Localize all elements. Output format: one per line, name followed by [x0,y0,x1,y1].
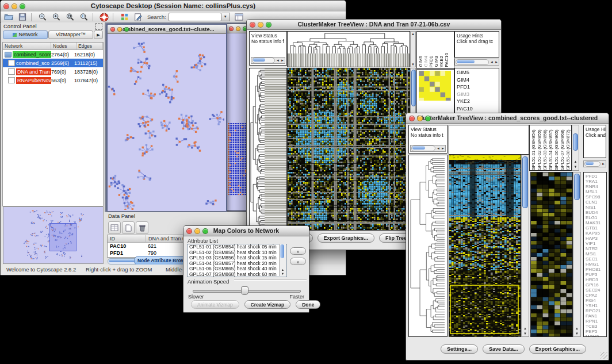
minimize-button[interactable] [258,22,263,28]
column-label[interactable]: GIM5 [418,56,423,67]
scrollbar-thumb[interactable] [586,162,594,165]
gene-label[interactable]: GIM4 [455,76,499,84]
search-input[interactable] [169,13,221,21]
col-network[interactable]: Network [3,43,51,49]
tv1-column-dendrogram-pane[interactable] [287,31,410,67]
dialog-button[interactable]: Animate Vizmap [191,300,239,309]
close-button[interactable] [3,3,9,9]
gene-label[interactable]: PFD1 [455,83,499,91]
scroll-up-icon[interactable]: ▲ [411,32,415,36]
column-label[interactable]: GPL51-03 (GSM856) [542,127,548,170]
gene-label[interactable]: YRA1 [584,179,606,184]
tv2-zoom-heatmap-pane[interactable] [530,172,573,337]
scrollbar-thumb[interactable] [280,244,284,258]
scroll-right-icon[interactable]: ► [494,60,499,64]
resize-grip[interactable] [600,352,607,359]
network-table-row[interactable]: RNAPuberNov2+ 563(0) 107847(0) [3,76,103,85]
treeview-button[interactable]: Save Data... [483,344,525,354]
scrollbar-thumb[interactable] [412,146,425,150]
main-titlebar[interactable]: Cytoscape Desktop (Session Name: collins… [1,1,346,12]
scroll-up-icon[interactable]: ▲ [522,327,529,330]
annotation-icon[interactable] [132,13,144,22]
zoom-button[interactable] [202,228,208,234]
zoom-matrix-canvas[interactable] [419,71,451,101]
tv2-global-heatmap-pane[interactable] [449,155,521,337]
scrollbar-thumb[interactable] [573,133,578,151]
tv1-col-scrollbar[interactable]: ▲▼ [410,31,416,67]
tv2-global-scrollbar[interactable]: ▲▼ [521,155,529,337]
gene-label[interactable]: RNR4 [584,184,606,189]
scroll-left-icon[interactable]: ◄ [436,147,441,150]
minimize-button[interactable] [194,228,200,234]
column-label[interactable]: GIM3 [434,56,439,67]
col-edges[interactable]: Edges [76,43,103,49]
zoom-heatmap-canvas[interactable] [531,173,572,336]
network-overview-canvas[interactable] [3,207,102,262]
scrollbar-thumb[interactable] [457,60,475,63]
column-label[interactable]: GPL51-06 (GSM865) [554,127,559,170]
tv2-row-dendrogram-pane[interactable] [408,155,447,337]
view-status-scrollbar[interactable]: ◄► [410,145,446,152]
new-attribute-icon[interactable] [122,221,135,234]
column-label[interactable]: GPL51-02 (GSM855) [537,127,542,170]
column-label[interactable]: YKE2 [439,56,444,67]
row-dendrogram-canvas[interactable] [250,68,286,230]
scroll-down-icon[interactable]: ▼ [280,272,286,275]
col-nodes[interactable]: Nodes [51,43,76,49]
gene-label[interactable]: RPN1 [584,319,606,324]
gene-label[interactable]: HAP3 [584,236,606,241]
delete-attribute-icon[interactable] [136,221,148,234]
scrollbar-thumb[interactable] [253,58,265,62]
scroll-up-icon[interactable]: ▲ [572,160,579,163]
scroll-down-icon[interactable]: ▼ [522,332,529,335]
gene-label[interactable]: PAN1 [584,313,606,319]
scroll-right-icon[interactable]: ► [441,147,445,150]
open-icon[interactable] [3,13,14,22]
dialog-button[interactable]: Done [296,300,320,309]
zoom-out-icon[interactable] [37,13,48,22]
column-label[interactable]: PFD1 [429,56,434,67]
column-dendrogram-canvas[interactable] [288,32,410,67]
gene-label[interactable]: PEP5 [584,329,606,334]
help-lifering-icon[interactable] [98,13,110,22]
dialog-button[interactable]: Create Vizmap [244,300,290,309]
close-button[interactable] [250,22,255,28]
float-panel-icon[interactable] [95,23,102,30]
tv1-row-dendrogram-pane[interactable] [249,68,287,231]
move-up-button[interactable]: ∧ [290,247,306,255]
network-view-canvas[interactable] [108,34,224,210]
gene-label[interactable]: HRD3 [584,277,606,282]
gene-label[interactable]: GIM5 [455,69,499,76]
gene-label[interactable]: NTR2 [584,246,606,251]
attribute-listbox[interactable]: GPL51-01 (GSM854) heat shock 05 minGPL51… [187,244,287,277]
minimize-button[interactable] [12,3,17,9]
close-button[interactable] [186,228,192,234]
gene-label[interactable]: PUF3 [584,272,606,277]
speed-slider-thumb[interactable] [241,286,248,295]
gene-label[interactable]: PHO81 [584,267,606,272]
row-dendrogram-canvas[interactable] [409,155,447,336]
close-button[interactable] [110,27,115,32]
control-panel-tab[interactable]: ▶ [94,30,103,39]
scroll-up-icon[interactable]: ▲ [573,327,580,330]
gene-label[interactable]: PFD1 [584,174,606,179]
tv2-usage-scrollbar[interactable]: ► [583,160,606,167]
column-label[interactable]: GPL51-07 (GSM868) [560,127,565,170]
listbox-scrollbar[interactable]: ▲▼ [279,244,286,276]
tv2-column-dendrogram-pane[interactable] [449,125,529,155]
scroll-left-icon[interactable]: ◄ [276,59,280,62]
gene-label[interactable]: HMG1 [584,262,606,267]
close-button[interactable] [229,26,234,31]
dialog-titlebar[interactable]: Map Colors to Network [183,226,309,236]
gene-label[interactable]: MAK31 [584,220,606,225]
network-table-row[interactable]: DNA and Tran 07 769(0) 183728(0) [3,67,103,76]
gene-label[interactable]: KAP95 [584,231,606,236]
network-view-window-1[interactable]: combined_scores_good.txt--cluste... [106,24,227,212]
scroll-down-icon[interactable]: ▼ [573,332,580,335]
gene-label[interactable]: SEC1 [584,256,606,262]
view-status-scrollbar[interactable]: ◄► [251,57,285,64]
zoom-button[interactable] [425,116,431,121]
gene-label[interactable]: GTB1 [584,225,606,231]
scroll-down-icon[interactable]: ▼ [411,63,415,66]
control-panel-tab[interactable]: Network [3,30,48,39]
